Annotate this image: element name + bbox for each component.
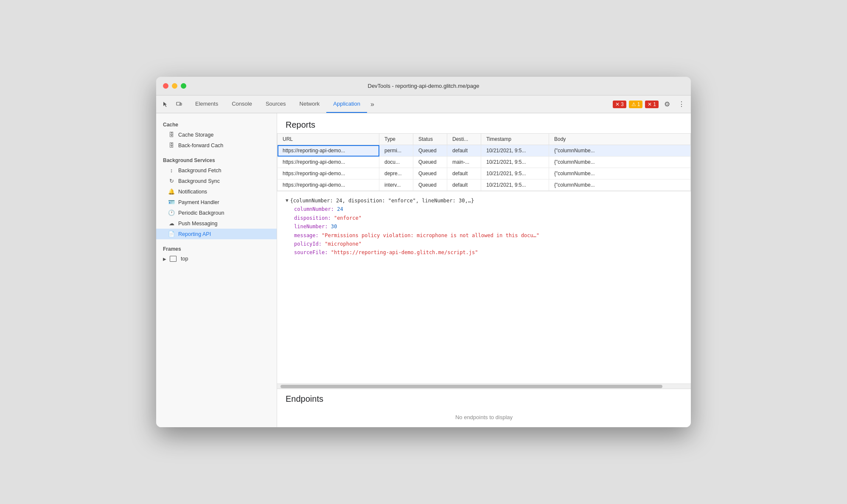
cursor-icon <box>162 101 169 108</box>
detail-key: sourceFile: <box>294 249 331 255</box>
sidebar: Cache 🗄 Cache Storage 🗄 Back-forward Cac… <box>156 113 277 427</box>
sidebar-cache-storage-label: Cache Storage <box>178 132 213 138</box>
cloud-icon: ☁ <box>168 220 175 227</box>
horizontal-scrollbar[interactable] <box>277 384 691 389</box>
close-button[interactable] <box>163 83 168 89</box>
sidebar-item-background-sync[interactable]: ↻ Background Sync <box>156 176 277 186</box>
frame-icon <box>170 256 177 262</box>
sidebar-item-notifications[interactable]: 🔔 Notifications <box>156 186 277 197</box>
detail-key: message: <box>294 232 322 238</box>
timestamp-cell: 10/21/2021, 9:5... <box>481 145 549 157</box>
url-cell: https://reporting-api-demo... <box>278 168 379 179</box>
sidebar-push-messaging-label: Push Messaging <box>178 221 217 227</box>
detail-key: columnNumber: <box>294 206 337 212</box>
detail-value: "Permissions policy violation: microphon… <box>322 232 539 238</box>
chevron-right-icon: ▶ <box>163 257 166 261</box>
sidebar-item-background-fetch[interactable]: ↕ Background Fetch <box>156 165 277 176</box>
url-cell: https://reporting-api-demo... <box>278 157 379 168</box>
sidebar-payment-handler-label: Payment Handler <box>178 199 219 205</box>
destination-cell: default <box>447 145 481 157</box>
sidebar-back-forward-label: Back-forward Cach <box>178 143 223 148</box>
col-status: Status <box>413 134 447 145</box>
card-icon: 🪪 <box>168 199 175 205</box>
database-icon-2: 🗄 <box>168 142 175 148</box>
sync-icon: ↻ <box>168 178 175 184</box>
body-cell: {"columnNumbe... <box>549 157 691 168</box>
detail-key: lineNumber: <box>294 224 331 230</box>
background-services-label: Background Services <box>156 154 277 165</box>
sidebar-divider-1 <box>156 151 277 154</box>
settings-button[interactable]: ⚙ <box>661 98 673 110</box>
col-url: URL <box>278 134 379 145</box>
tab-network[interactable]: Network <box>293 95 327 113</box>
table-row[interactable]: https://reporting-api-demo...depre...Que… <box>278 168 691 179</box>
warning-badge[interactable]: ⚠ 1 <box>629 101 643 108</box>
col-type: Type <box>379 134 413 145</box>
destination-cell: default <box>447 168 481 179</box>
type-cell: docu... <box>379 157 413 168</box>
endpoints-section: Endpoints No endpoints to display <box>277 389 691 427</box>
reports-panel: Reports URL Type Status Desti... Timesta… <box>277 113 691 427</box>
tab-more-button[interactable]: » <box>367 95 378 113</box>
timestamp-cell: 10/21/2021, 9:5... <box>481 179 549 191</box>
col-destination: Desti... <box>447 134 481 145</box>
detail-line: policyId: "microphone" <box>286 240 682 248</box>
col-timestamp: Timestamp <box>481 134 549 145</box>
toolbar: Elements Console Sources Network Applica… <box>156 95 691 113</box>
tab-console[interactable]: Console <box>225 95 259 113</box>
tab-application[interactable]: Application <box>326 95 367 113</box>
tabs: Elements Console Sources Network Applica… <box>188 95 613 113</box>
toolbar-icons <box>160 98 185 110</box>
device-toggle-button[interactable] <box>173 98 185 110</box>
detail-value: 30 <box>331 224 337 230</box>
table-row[interactable]: https://reporting-api-demo...permi...Que… <box>278 145 691 157</box>
window-title: DevTools - reporting-api-demo.glitch.me/… <box>367 83 479 89</box>
body-cell: {"columnNumbe... <box>549 179 691 191</box>
toolbar-right: ✕ 3 ⚠ 1 ✕ 1 ⚙ ⋮ <box>613 98 687 110</box>
detail-line: message: "Permissions policy violation: … <box>286 231 682 240</box>
detail-line: disposition: "enforce" <box>286 214 682 222</box>
database-icon: 🗄 <box>168 132 175 138</box>
detail-value: "https://reporting-api-demo.glitch.me/sc… <box>331 249 478 255</box>
sidebar-item-periodic-background[interactable]: 🕐 Periodic Backgroun <box>156 207 277 218</box>
sidebar-item-push-messaging[interactable]: ☁ Push Messaging <box>156 218 277 229</box>
panel-top: Reports URL Type Status Desti... Timesta… <box>277 113 691 384</box>
maximize-button[interactable] <box>181 83 186 89</box>
traffic-lights <box>163 83 186 89</box>
sidebar-top-label: top <box>181 256 188 262</box>
tab-sources[interactable]: Sources <box>259 95 293 113</box>
reports-table: URL Type Status Desti... Timestamp Body … <box>277 133 691 191</box>
tab-elements[interactable]: Elements <box>188 95 225 113</box>
sidebar-item-top[interactable]: ▶ top <box>156 254 277 264</box>
error-badge[interactable]: ✕ 3 <box>613 101 626 108</box>
sidebar-notifications-label: Notifications <box>178 189 207 195</box>
more-options-button[interactable]: ⋮ <box>676 98 687 110</box>
sidebar-divider-2 <box>156 239 277 243</box>
sidebar-item-back-forward-cache[interactable]: 🗄 Back-forward Cach <box>156 140 277 151</box>
x-badge[interactable]: ✕ 1 <box>645 101 659 108</box>
sidebar-background-fetch-label: Background Fetch <box>178 168 221 174</box>
table-row[interactable]: https://reporting-api-demo...interv...Qu… <box>278 179 691 191</box>
status-cell: Queued <box>413 157 447 168</box>
endpoints-title: Endpoints <box>277 389 691 407</box>
sidebar-background-sync-label: Background Sync <box>178 178 220 184</box>
detail-summary-row[interactable]: ▼ {columnNumber: 24, disposition: "enfor… <box>286 196 682 205</box>
type-cell: interv... <box>379 179 413 191</box>
x-count: 1 <box>653 101 656 107</box>
sidebar-item-reporting-api[interactable]: 📄 Reporting API <box>156 229 277 239</box>
detail-line: lineNumber: 30 <box>286 222 682 231</box>
detail-lines: columnNumber: 24disposition: "enforce"li… <box>286 205 682 257</box>
device-icon <box>176 101 182 108</box>
frames-section-label: Frames <box>156 243 277 254</box>
detail-panel: ▼ {columnNumber: 24, disposition: "enfor… <box>277 191 691 262</box>
error-icon: ✕ <box>615 101 620 107</box>
sidebar-reporting-api-label: Reporting API <box>178 231 211 237</box>
sidebar-item-cache-storage[interactable]: 🗄 Cache Storage <box>156 129 277 140</box>
inspect-element-button[interactable] <box>160 98 171 110</box>
main-content: Cache 🗄 Cache Storage 🗄 Back-forward Cac… <box>156 113 691 427</box>
minimize-button[interactable] <box>172 83 177 89</box>
scrollbar-thumb <box>280 385 662 388</box>
sidebar-item-payment-handler[interactable]: 🪪 Payment Handler <box>156 197 277 207</box>
table-row[interactable]: https://reporting-api-demo...docu...Queu… <box>278 157 691 168</box>
type-cell: permi... <box>379 145 413 157</box>
